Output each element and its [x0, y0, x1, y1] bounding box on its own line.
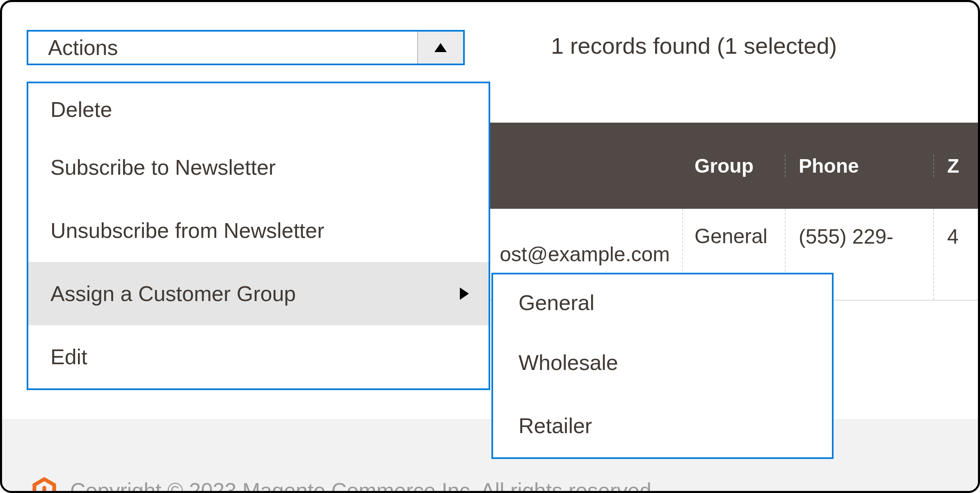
action-unsubscribe-label: Unsubscribe from Newsletter [50, 218, 324, 243]
action-subscribe-label: Subscribe to Newsletter [50, 155, 276, 180]
actions-dropdown[interactable]: Actions [27, 30, 465, 65]
action-delete-label: Delete [50, 97, 112, 122]
group-option-wholesale[interactable]: Wholesale [493, 331, 832, 394]
group-option-retailer[interactable]: Retailer [493, 394, 832, 457]
action-unsubscribe[interactable]: Unsubscribe from Newsletter [28, 199, 489, 262]
action-assign-group[interactable]: Assign a Customer Group [28, 262, 489, 325]
actions-menu: Delete Subscribe to Newsletter Unsubscri… [27, 82, 490, 390]
app-frame: Actions 1 records found (1 selected) Gro… [0, 0, 980, 493]
grid-header-group[interactable]: Group [683, 155, 786, 177]
action-assign-group-label: Assign a Customer Group [50, 281, 296, 306]
grid-cell-z: 4 [934, 209, 980, 300]
caret-up-icon [434, 43, 447, 52]
magento-logo-icon [32, 477, 56, 493]
toolbar: Actions 1 records found (1 selected) [27, 30, 978, 71]
records-found-label: 1 records found (1 selected) [551, 32, 837, 59]
action-delete[interactable]: Delete [28, 83, 489, 136]
action-edit-label: Edit [50, 345, 87, 369]
actions-dropdown-toggle[interactable] [417, 32, 463, 64]
assign-group-submenu: General Wholesale Retailer [491, 273, 834, 459]
grid-header-phone[interactable]: Phone [786, 155, 934, 177]
action-edit[interactable]: Edit [28, 325, 489, 388]
action-subscribe[interactable]: Subscribe to Newsletter [28, 136, 489, 199]
submenu-arrow-icon [460, 288, 469, 300]
actions-dropdown-label: Actions [28, 32, 417, 64]
grid-header-z[interactable]: Z [934, 155, 980, 177]
group-option-general[interactable]: General [493, 274, 832, 331]
copyright-text: Copyright © 2023 Magento Commerce Inc. A… [70, 478, 657, 493]
